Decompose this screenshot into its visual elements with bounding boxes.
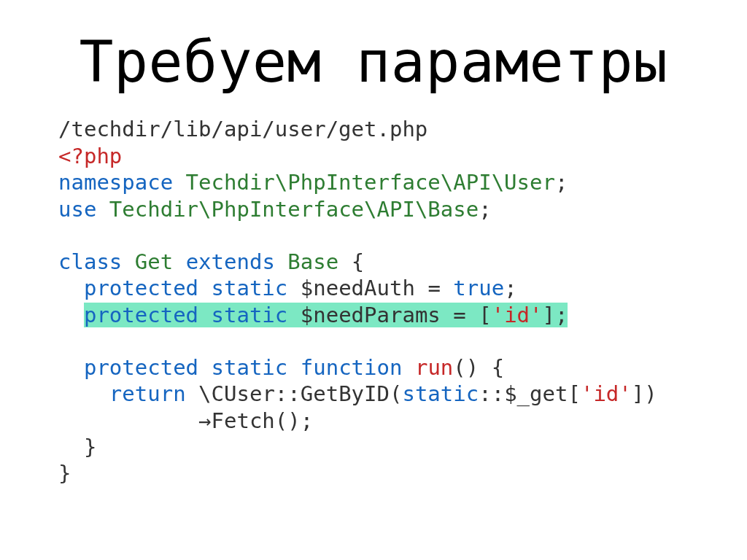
kw-static-3: static [212, 355, 288, 380]
kw-class: class [58, 249, 122, 274]
fetch-call: Fetch [212, 408, 275, 433]
kw-true: true [453, 276, 504, 300]
php-open-tag: <?php [58, 144, 122, 168]
kw-protected-2: protected [84, 303, 198, 327]
fn-run: run [415, 355, 453, 380]
kw-function: function [301, 355, 403, 380]
kw-static-ref: static [402, 381, 479, 406]
file-path: /techdir/lib/api/user/get.php [58, 117, 689, 141]
var-needauth: $needAuth [301, 276, 415, 300]
base-class: Base [287, 249, 338, 274]
kw-return: return [109, 381, 186, 406]
kw-protected-1: protected [84, 276, 198, 300]
kw-namespace: namespace [58, 170, 173, 195]
use-name: Techdir\PhpInterface\API\Base [109, 197, 479, 222]
slide: Требуем параметры /techdir/lib/api/user/… [0, 0, 747, 486]
kw-use: use [58, 197, 96, 222]
code-block: <?php namespace Techdir\PhpInterface\API… [58, 143, 689, 486]
kw-static-1: static [212, 276, 288, 300]
namespace-name: Techdir\PhpInterface\API\User [186, 170, 555, 195]
cuser-ref: \CUser [198, 381, 275, 406]
kw-extends: extends [186, 249, 275, 274]
kw-protected-3: protected [84, 355, 198, 380]
str-id-2: 'id' [581, 381, 632, 406]
kw-static-2: static [212, 303, 288, 327]
var-needparams: $needParams [301, 303, 441, 327]
highlighted-line: protected static $needParams = ['id']; [84, 303, 568, 327]
getbyid-call: GetByID [301, 381, 390, 406]
class-name: Get [135, 249, 173, 274]
str-id-1: 'id' [492, 303, 543, 327]
slide-title: Требуем параметры [58, 29, 689, 95]
var-get: $_get [504, 381, 568, 406]
